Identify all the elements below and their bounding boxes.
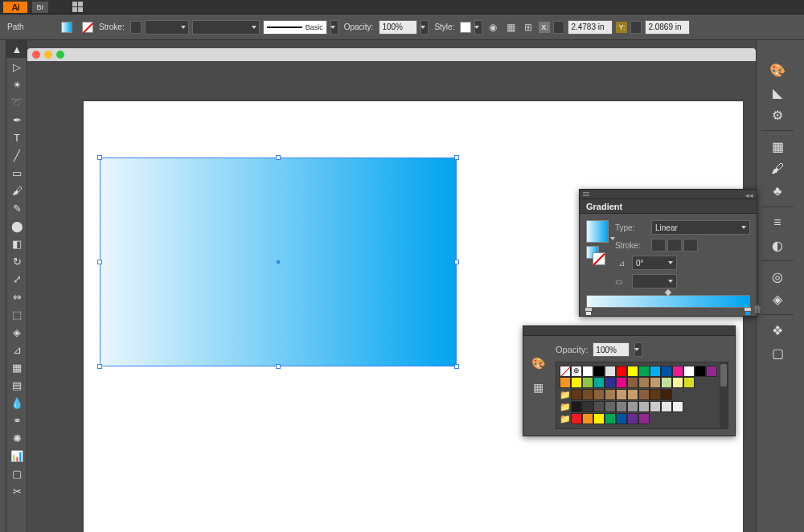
gradient-aspect-input[interactable] [632, 274, 677, 289]
stroke-weight-dropdown[interactable] [145, 20, 189, 35]
color-swatch[interactable] [616, 389, 627, 400]
resize-handle-s[interactable] [276, 364, 281, 369]
transparency-panel-icon[interactable]: ◎ [761, 266, 794, 287]
color-swatch[interactable] [661, 366, 672, 377]
color-swatch[interactable] [638, 401, 650, 412]
eraser-tool[interactable]: ◧ [6, 235, 27, 252]
color-swatch[interactable] [605, 366, 616, 377]
width-tool[interactable]: ⇔ [6, 288, 27, 305]
color-swatch[interactable] [661, 377, 672, 388]
color-swatch[interactable] [650, 377, 661, 388]
gradient-stop-start[interactable] [585, 308, 592, 316]
color-swatch[interactable] [571, 413, 582, 424]
line-tool[interactable]: ╱ [6, 146, 27, 164]
color-swatch[interactable] [627, 389, 638, 400]
color-swatch[interactable] [560, 377, 571, 388]
color-swatch[interactable] [672, 401, 683, 412]
eyedropper-tool[interactable]: 💧 [6, 394, 27, 411]
gradient-panel[interactable]: ◂◂ Gradient Type: Linear Stroke: ⊿ 0° ▭ [579, 189, 757, 317]
brush-definition-dropdown[interactable]: Basic [263, 20, 327, 35]
panel-collapse-icon[interactable]: ◂◂ [745, 191, 753, 199]
recolor-icon[interactable]: ◉ [486, 20, 500, 35]
swatch-opacity-dropdown[interactable] [634, 342, 642, 357]
color-swatch[interactable] [593, 366, 605, 377]
color-swatch[interactable] [582, 366, 593, 377]
swatch-scrollbar[interactable] [720, 362, 728, 428]
color-swatch[interactable] [627, 413, 638, 424]
gradient-preview[interactable] [586, 220, 609, 243]
panel-tab-strip[interactable]: ◂◂ [580, 190, 757, 199]
symbols-panel-icon[interactable]: ♣ [761, 181, 794, 202]
gradient-stroke-buttons[interactable] [651, 239, 698, 252]
gradient-panel-icon[interactable]: ◐ [761, 235, 794, 256]
pen-tool[interactable]: ✒ [6, 111, 27, 129]
delete-stop-icon[interactable]: 🗑 [753, 304, 762, 313]
lasso-tool[interactable]: ➰ [6, 93, 27, 111]
color-swatch[interactable] [571, 377, 582, 388]
selection-tool[interactable]: ▲ [6, 40, 27, 58]
color-swatch[interactable] [605, 413, 616, 424]
color-swatch[interactable] [571, 389, 582, 400]
swatch-registration[interactable] [571, 366, 582, 377]
color-guide-panel-icon[interactable]: ◣ [761, 82, 794, 103]
folder-icon[interactable]: 📁 [560, 390, 569, 400]
color-swatch[interactable] [661, 401, 672, 412]
swatches-panel-icon[interactable]: ▦ [761, 136, 794, 157]
gradient-angle-input[interactable]: 0° [632, 256, 677, 270]
color-swatch[interactable] [650, 401, 661, 412]
window-zoom-icon[interactable] [56, 51, 64, 59]
color-swatch[interactable] [593, 413, 605, 424]
selected-rectangle[interactable] [100, 158, 457, 366]
gradient-slider[interactable]: 🗑 [586, 295, 750, 308]
pencil-tool[interactable]: ✎ [6, 199, 27, 217]
color-swatch[interactable] [605, 401, 616, 412]
swatches-popup[interactable]: 🎨 ▦ Opacity: 100% 📁 📁 📁 [523, 325, 736, 436]
color-swatch[interactable] [616, 377, 627, 388]
color-swatch[interactable] [683, 366, 695, 377]
stroke-panel-icon[interactable]: ≡ [761, 212, 794, 233]
symbol-sprayer-tool[interactable]: ✺ [6, 429, 27, 447]
color-swatch[interactable] [650, 366, 661, 377]
color-swatch[interactable] [593, 401, 605, 412]
slice-tool[interactable]: ✂ [6, 482, 27, 500]
opacity-input[interactable]: 100% [379, 20, 417, 35]
folder-icon[interactable]: 📁 [560, 414, 569, 424]
resize-handle-nw[interactable] [97, 155, 102, 160]
graphic-style-swatch[interactable] [460, 22, 471, 33]
color-swatch[interactable] [571, 401, 582, 412]
align-icon[interactable]: ▦ [503, 20, 518, 35]
color-swatch[interactable] [683, 377, 695, 388]
stroke-swatch[interactable] [82, 22, 93, 33]
resize-handle-ne[interactable] [454, 155, 459, 160]
gradient-tool[interactable]: ▤ [6, 376, 27, 394]
swatches-tab-strip[interactable] [523, 326, 735, 336]
color-swatch[interactable] [605, 377, 616, 388]
gradient-type-dropdown[interactable]: Linear [651, 220, 750, 235]
kuler-panel-icon[interactable]: ⚙ [761, 104, 794, 125]
window-minimize-icon[interactable] [44, 51, 52, 59]
color-swatch[interactable] [638, 413, 650, 424]
color-swatch[interactable] [582, 389, 593, 400]
rotate-tool[interactable]: ↻ [6, 252, 27, 270]
resize-handle-n[interactable] [276, 155, 281, 160]
artboard-tool[interactable]: ▢ [6, 464, 27, 482]
brush-dropdown-arrow[interactable] [330, 20, 338, 35]
artboard[interactable] [84, 101, 743, 532]
direct-selection-tool[interactable]: ▷ [6, 58, 27, 76]
resize-handle-w[interactable] [97, 260, 102, 264]
gradient-fill-stroke-toggle[interactable] [586, 246, 605, 265]
gradient-stop-end[interactable] [745, 308, 751, 316]
y-coord-input[interactable]: 2.0869 in [645, 20, 690, 35]
scale-tool[interactable]: ⤢ [6, 270, 27, 288]
fill-swatch[interactable] [61, 22, 72, 33]
column-graph-tool[interactable]: 📊 [6, 447, 27, 464]
transform-icon[interactable]: ⊞ [521, 20, 535, 35]
swatch-grid-mode-icon[interactable]: ▦ [530, 379, 546, 395]
brushes-panel-icon[interactable]: 🖌 [761, 158, 794, 179]
shape-builder-tool[interactable]: ◈ [6, 323, 27, 341]
color-swatch[interactable] [616, 401, 627, 412]
color-swatch[interactable] [616, 413, 627, 424]
x-coord-input[interactable]: 2.4783 in [568, 20, 613, 35]
mesh-tool[interactable]: ▦ [6, 358, 27, 376]
layers-panel-icon[interactable]: ❖ [761, 320, 794, 341]
